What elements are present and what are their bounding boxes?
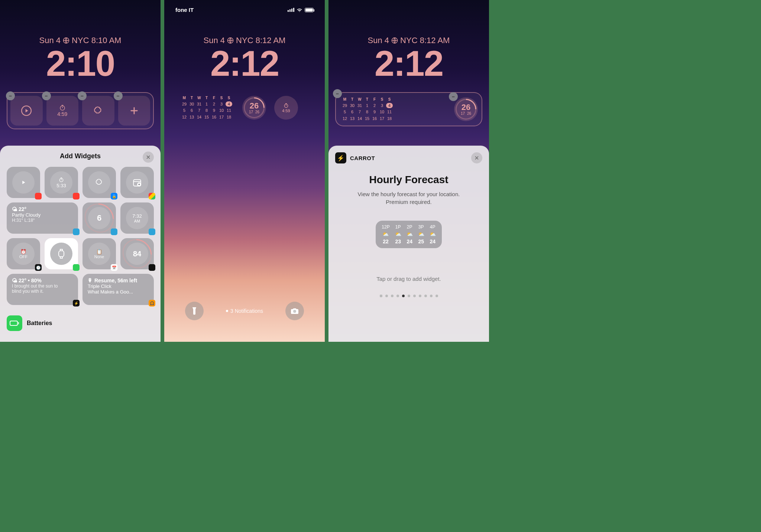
battery-value: 84: [133, 250, 141, 258]
cellular-icon: [288, 8, 294, 12]
suggest-carrot-wide[interactable]: 🌤 22° • 80% I brought out the sun to bli…: [7, 274, 78, 305]
app-badge: ⚡: [73, 300, 80, 306]
widget-timer[interactable]: – 4:59: [46, 96, 79, 126]
calendar-widget[interactable]: – MTWTFSS 2930311234 567891011 121314151…: [340, 96, 395, 123]
sheet-title: Add Widgets: [60, 152, 101, 160]
carrot-app-icon: ⚡: [335, 152, 346, 163]
svg-point-3: [59, 178, 63, 182]
weather-ring-widget[interactable]: 26 1726: [242, 96, 266, 120]
sunrise-ampm: AM: [134, 219, 140, 223]
batteries-app-icon: [7, 315, 22, 331]
widget-play[interactable]: –: [10, 96, 43, 126]
remove-badge[interactable]: –: [78, 91, 87, 100]
plus-icon: [129, 106, 139, 116]
notifications-indicator[interactable]: 3 Notifications: [226, 308, 263, 314]
calendar-table: MTWTFSS 2930311234 567891011 12131415161…: [341, 97, 393, 122]
suggest-sunrise[interactable]: 7:32 AM: [120, 202, 154, 234]
suggest-battery[interactable]: 84: [120, 238, 154, 269]
carrot-line2: I brought out the sun to: [12, 283, 58, 289]
sheet-app-name: CARROT: [350, 155, 375, 161]
podcast-line1: 🎙 Resume, 56m left: [88, 278, 137, 283]
app-badge: [73, 264, 80, 271]
lock-clock: 2:10: [0, 43, 161, 84]
lock-widget-row-edit[interactable]: – MTWTFSS 2930311234 567891011 121314151…: [335, 92, 482, 126]
weather-temp: 🌤 22°: [12, 206, 26, 212]
tap-hint: Tap or drag to add widget.: [335, 276, 482, 282]
sheet-app-header: ⚡ CARROT: [335, 152, 482, 163]
svg-rect-6: [59, 251, 64, 257]
ring-icon: [239, 93, 269, 122]
timer-label: 4:59: [282, 108, 290, 113]
suggest-play[interactable]: [7, 167, 40, 198]
notif-dot-icon: [226, 310, 228, 312]
suggest-alarm[interactable]: ⏰ OFF 🕒: [7, 238, 40, 269]
suggest-calendar-add[interactable]: [120, 167, 154, 198]
forecast-preview[interactable]: 12P⛅221P⛅232P⛅243P⛅254P⛅24: [335, 221, 482, 248]
weather-hl: H:31° L:18°: [12, 218, 35, 223]
remove-badge[interactable]: –: [42, 91, 51, 100]
alarm-state: OFF: [19, 254, 27, 259]
calendar-widget[interactable]: MTWTFSS 2930311234 567891011 12131415161…: [179, 94, 234, 121]
suggest-reminders[interactable]: 📋 None 📅: [82, 238, 116, 269]
svg-rect-7: [10, 321, 17, 325]
hourly-forecast-widget[interactable]: 12P⛅221P⛅232P⛅243P⛅254P⛅24: [376, 221, 441, 248]
brain-icon: [95, 178, 104, 187]
timer-widget[interactable]: 4:59: [274, 96, 298, 120]
play-icon: [21, 106, 32, 116]
suggest-podcast-wide[interactable]: 🎙 Resume, 56m left Triple Click What Mak…: [82, 274, 154, 305]
batteries-label: Batteries: [27, 320, 52, 327]
widget-app-list-row[interactable]: Batteries: [7, 315, 154, 331]
timer-icon: [58, 177, 64, 183]
close-button[interactable]: [143, 152, 154, 163]
watch-icon: [57, 248, 66, 260]
calendar-plus-icon: [132, 178, 142, 187]
app-badge: [149, 193, 155, 200]
app-badge: 🔒: [111, 193, 117, 200]
wifi-icon: [297, 8, 302, 12]
app-badge: [149, 264, 155, 271]
svg-rect-8: [18, 322, 19, 324]
widget-mindfulness[interactable]: –: [82, 96, 114, 126]
suggest-watch[interactable]: [45, 238, 78, 269]
remove-badge[interactable]: –: [6, 91, 15, 100]
weather-ring-widget[interactable]: – 26 1726: [454, 97, 478, 121]
suggest-weather-wide[interactable]: 🌤 22° Partly Cloudy H:31° L:18°: [7, 202, 78, 234]
carrier-label: fone IT: [175, 7, 194, 13]
widget-add[interactable]: –: [118, 96, 150, 126]
podcast-line3: What Makes a Goo...: [88, 289, 133, 295]
app-badge: [35, 193, 42, 200]
battery-icon: [305, 8, 314, 12]
carrot-line3: blind you with it.: [12, 289, 43, 294]
page-indicator[interactable]: [335, 295, 482, 297]
suggest-mindfulness[interactable]: 🔒: [82, 167, 116, 198]
remove-badge[interactable]: –: [449, 92, 458, 101]
flashlight-button[interactable]: [185, 302, 204, 320]
timer-icon: [283, 103, 289, 108]
phone-panel-edit: Sun 4 NYC 8:10 AM 2:10 – – 4:59 – – Add …: [0, 0, 161, 342]
reminders-icon: 📋: [96, 249, 102, 254]
remove-badge[interactable]: –: [114, 91, 123, 100]
add-widgets-sheet: Add Widgets 5:33 🔒: [0, 146, 161, 342]
lock-clock: 2:12: [328, 43, 489, 84]
app-badge: 🕒: [35, 264, 42, 271]
close-button[interactable]: [471, 152, 482, 163]
status-right: [288, 7, 314, 13]
camera-icon: [291, 308, 299, 314]
suggest-uv[interactable]: 6: [82, 202, 116, 234]
app-badge: 🎧: [149, 300, 155, 306]
app-badge: [111, 228, 117, 235]
close-icon: [474, 155, 479, 160]
timer-icon: [59, 104, 66, 111]
calendar-table: MTWTFSS 2930311234 567891011 12131415161…: [181, 95, 233, 120]
camera-button[interactable]: [285, 302, 304, 320]
svg-point-10: [284, 104, 288, 107]
sheet-desc: View the hourly forecast for your locati…: [346, 190, 471, 206]
lock-bottom-row: 3 Notifications: [164, 302, 325, 320]
lock-widget-row-edit[interactable]: – – 4:59 – –: [7, 92, 154, 129]
status-bar: fone IT: [164, 7, 325, 13]
app-badge: 📅: [111, 264, 117, 271]
remove-badge[interactable]: –: [333, 89, 342, 98]
uv-value: 6: [97, 213, 101, 223]
suggest-timer[interactable]: 5:33: [45, 167, 78, 198]
sheet-h1: Hourly Forecast: [335, 174, 482, 186]
